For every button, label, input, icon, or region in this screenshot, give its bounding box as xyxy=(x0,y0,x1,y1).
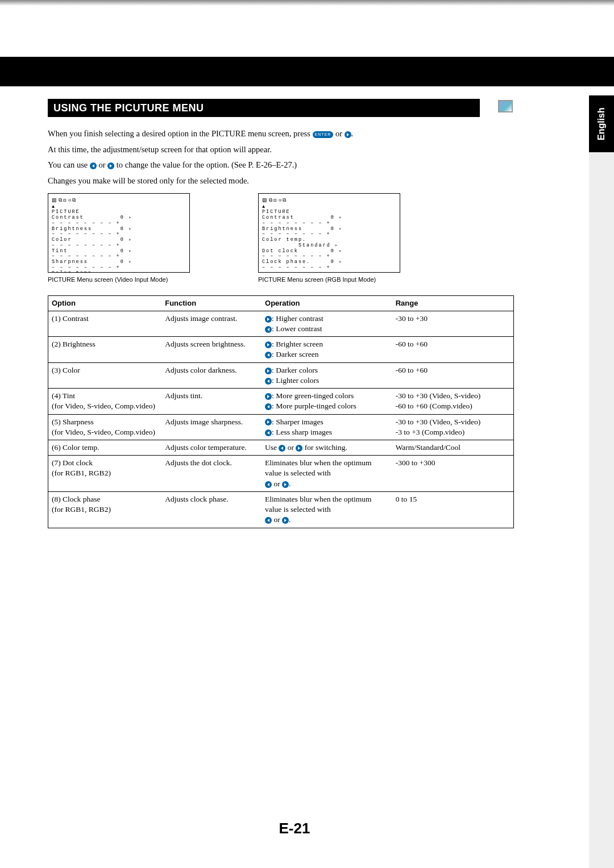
cell-range: -60 to +60 xyxy=(392,337,514,362)
cell-option: (4) Tint(for Video, S-video, Comp.video) xyxy=(48,389,162,414)
osd-video-lines: ▲ PICTURE Contrast 0 ▹ – – – – – – – – +… xyxy=(52,204,132,273)
right-arrow-icon xyxy=(265,393,272,400)
cell-operation: : Higher contrast: Lower contrast xyxy=(262,311,392,336)
osd-rgb-lines: ▲ PICTURE Contrast 0 ▹ – – – – – – – – +… xyxy=(262,204,343,273)
cell-function: Adjusts color darkness. xyxy=(161,362,262,388)
right-arrow-icon xyxy=(296,445,302,452)
table-row: (4) Tint(for Video, S-video, Comp.video)… xyxy=(48,389,514,414)
page-content: When you finish selecting a desired opti… xyxy=(48,128,514,528)
left-arrow-icon xyxy=(265,352,272,358)
enter-button-icon: ENTER xyxy=(313,131,334,138)
page-top-black-bar xyxy=(0,57,614,86)
left-arrow-icon xyxy=(265,517,272,524)
intro-line-4: Changes you make will be stored only for… xyxy=(48,176,514,187)
cell-operation: : More green-tinged colors: More purple-… xyxy=(262,389,392,414)
osd-screens-row: ▨ ⧉ ⧈ ⌾ ⧉▲ PICTURE Contrast 0 ▹ – – – – … xyxy=(48,193,514,283)
right-arrow-icon xyxy=(107,162,114,169)
cell-option: (5) Sharpness(for Video, S-video, Comp.v… xyxy=(48,414,162,440)
left-arrow-icon xyxy=(265,429,272,436)
right-arrow-icon xyxy=(265,368,272,374)
picture-options-table: Option Function Operation Range (1) Cont… xyxy=(48,295,514,528)
cell-operation: : Brighter screen: Darker screen xyxy=(262,337,392,362)
language-tab: English xyxy=(589,95,614,152)
cell-range: -300 to +300 xyxy=(392,456,514,492)
cell-operation: Eliminates blur when the optimum value i… xyxy=(262,456,392,492)
osd-tab-icons: ▨ ⧉ ⧈ ⌾ ⧉ xyxy=(52,197,186,203)
right-arrow-icon xyxy=(282,517,289,524)
tv-icon xyxy=(498,100,513,112)
right-arrow-icon xyxy=(282,481,289,488)
col-function: Function xyxy=(161,296,262,311)
left-arrow-icon xyxy=(279,445,285,452)
left-arrow-icon xyxy=(265,403,272,410)
section-heading: USING THE PICUTURE MENU xyxy=(53,102,204,114)
cell-range: 0 to 15 xyxy=(392,491,514,528)
cell-range: Warm/Standard/Cool xyxy=(392,440,514,455)
section-heading-bar: USING THE PICUTURE MENU xyxy=(48,99,480,117)
table-row: (2) BrightnessAdjusts screen brightness.… xyxy=(48,337,514,362)
table-row: (6) Color temp.Adjusts color temperature… xyxy=(48,440,514,455)
cell-option: (7) Dot clock(for RGB1, RGB2) xyxy=(48,456,162,492)
cell-function: Adjusts color temperature. xyxy=(161,440,262,455)
table-row: (5) Sharpness(for Video, S-video, Comp.v… xyxy=(48,414,514,440)
cell-option: (2) Brightness xyxy=(48,337,162,362)
cell-function: Adjusts image sharpness. xyxy=(161,414,262,440)
cell-function: Adjusts clock phase. xyxy=(161,491,262,528)
cell-function: Adjusts screen brightness. xyxy=(161,337,262,362)
osd-rgb-block: ▨ ⧉ ⧈ ⌾ ⧉▲ PICTURE Contrast 0 ▹ – – – – … xyxy=(258,193,400,283)
cell-option: (1) Contrast xyxy=(48,311,162,336)
cell-function: Adjusts image contrast. xyxy=(161,311,262,336)
table-row: (1) ContrastAdjusts image contrast.: Hig… xyxy=(48,311,514,336)
osd-rgb-screen: ▨ ⧉ ⧈ ⌾ ⧉▲ PICTURE Contrast 0 ▹ – – – – … xyxy=(258,193,400,273)
osd-tab-icons: ▨ ⧉ ⧈ ⌾ ⧉ xyxy=(262,197,396,203)
cell-operation: Eliminates blur when the optimum value i… xyxy=(262,491,392,528)
table-row: (7) Dot clock(for RGB1, RGB2)Adjusts the… xyxy=(48,456,514,492)
osd-video-caption: PICTURE Menu screen (Video Input Mode) xyxy=(48,276,190,283)
col-operation: Operation xyxy=(262,296,392,311)
cell-option: (3) Color xyxy=(48,362,162,388)
cell-range: -30 to +30 (Video, S-video)-60 to +60 (C… xyxy=(392,389,514,414)
intro-line-3: You can use or to change the value for t… xyxy=(48,160,514,171)
table-row: (3) ColorAdjusts color darkness.: Darker… xyxy=(48,362,514,388)
cell-range: -30 to +30 (Video, S-video)-3 to +3 (Com… xyxy=(392,414,514,440)
left-arrow-icon xyxy=(265,326,272,333)
intro-line-1: When you finish selecting a desired opti… xyxy=(48,128,514,140)
table-header-row: Option Function Operation Range xyxy=(48,296,514,311)
cell-option: (6) Color temp. xyxy=(48,440,162,455)
osd-video-screen: ▨ ⧉ ⧈ ⌾ ⧉▲ PICTURE Contrast 0 ▹ – – – – … xyxy=(48,193,190,273)
left-arrow-icon xyxy=(265,481,272,488)
osd-video-block: ▨ ⧉ ⧈ ⌾ ⧉▲ PICTURE Contrast 0 ▹ – – – – … xyxy=(48,193,190,283)
cell-operation: Use or for switching. xyxy=(262,440,392,455)
cell-function: Adjusts tint. xyxy=(161,389,262,414)
side-stripe xyxy=(589,152,614,868)
osd-rgb-caption: PICTURE Menu screen (RGB Input Mode) xyxy=(258,276,400,283)
left-arrow-icon xyxy=(265,378,272,385)
right-arrow-icon xyxy=(265,341,272,348)
right-arrow-icon xyxy=(265,316,272,323)
page-top-shadow xyxy=(0,0,614,6)
cell-operation: : Darker colors: Lighter colors xyxy=(262,362,392,388)
col-range: Range xyxy=(392,296,514,311)
left-arrow-icon xyxy=(90,162,97,169)
cell-range: -30 to +30 xyxy=(392,311,514,336)
col-option: Option xyxy=(48,296,162,311)
intro-line-2: At this time, the adjustment/setup scree… xyxy=(48,144,514,156)
language-label: English xyxy=(596,107,607,140)
right-arrow-icon xyxy=(345,131,351,138)
cell-function: Adjusts the dot clock. xyxy=(161,456,262,492)
cell-option: (8) Clock phase(for RGB1, RGB2) xyxy=(48,491,162,528)
cell-range: -60 to +60 xyxy=(392,362,514,388)
page-number: E-21 xyxy=(0,820,589,837)
table-row: (8) Clock phase(for RGB1, RGB2)Adjusts c… xyxy=(48,491,514,528)
right-arrow-icon xyxy=(265,419,272,425)
cell-operation: : Sharper images: Less sharp images xyxy=(262,414,392,440)
